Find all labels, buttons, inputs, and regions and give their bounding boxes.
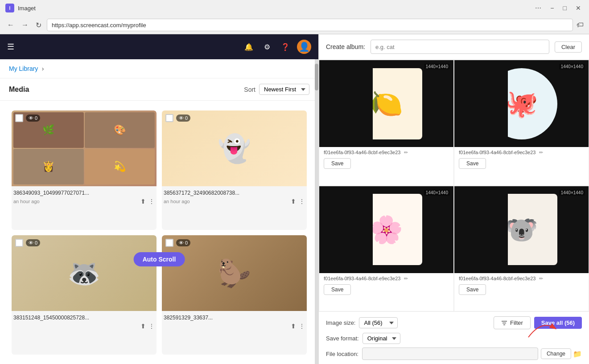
edit-icon[interactable]: ✏	[404, 150, 408, 155]
media-item-actions: ⬆ ⋮	[291, 323, 305, 330]
media-item-name: 383151248_15450000825728...	[13, 315, 155, 321]
main-container: ☰ 🔔 ⚙ ❓ 👤 My Library › Media Sort Newest…	[0, 34, 589, 364]
share-button[interactable]: ⬆	[291, 198, 296, 205]
app-title: Imaget	[18, 5, 36, 12]
filter-label: Filter	[510, 319, 523, 326]
settings-icon[interactable]: ⚙	[264, 43, 270, 51]
media-checkbox[interactable]	[165, 239, 173, 247]
media-item-info: 383151248_15450000825728... ⬆ ⋮	[12, 311, 157, 331]
right-img-card: 🐙 1440×1440 f01ee6fa-0f93-4a46-8cbf-e9ec…	[454, 60, 589, 186]
close-button[interactable]: ✕	[573, 4, 584, 12]
media-views: 👁 0	[176, 239, 190, 246]
media-item-name: 386349093_10499977027071...	[13, 190, 155, 196]
save-button[interactable]: Save	[459, 284, 486, 295]
change-button[interactable]: Change	[541, 348, 571, 359]
save-format-row: Save format: Original JPEG PNG WEBP	[326, 333, 582, 344]
media-views: 👁 0	[26, 239, 40, 246]
save-button[interactable]: Save	[324, 158, 351, 169]
save-button[interactable]: Save	[459, 158, 486, 169]
hamburger-icon[interactable]: ☰	[7, 42, 14, 52]
save-button[interactable]: Save	[324, 284, 351, 295]
album-input[interactable]	[371, 40, 549, 54]
notification-icon[interactable]: 🔔	[244, 43, 253, 51]
right-img-container: 🌸 1440×1440	[319, 186, 453, 273]
more-button[interactable]: ⋮	[148, 323, 155, 330]
right-images-grid: 🍋 1440×1440 f01ee6fa-0f93-4a46-8cbf-e9ec…	[319, 60, 589, 311]
scroll-indicator[interactable]	[315, 59, 318, 364]
share-button[interactable]: ⬆	[140, 323, 146, 330]
auto-scroll-button[interactable]: Auto Scroll	[134, 252, 185, 266]
forward-button[interactable]: →	[20, 19, 30, 31]
edit-icon[interactable]: ✏	[539, 276, 543, 281]
refresh-button[interactable]: ↻	[34, 19, 43, 31]
media-item[interactable]: 👻 👁 0 385637172_32490682008738... an hou…	[162, 110, 307, 230]
right-img-container: 🍋 1440×1440	[319, 60, 453, 147]
filter-icon	[501, 320, 507, 326]
media-item-actions: ⬆ ⋮	[140, 198, 155, 205]
right-img-name: f01ee6fa-0f93-4a46-8cbf-e9ec3e23 ✏	[454, 273, 589, 282]
sort-select[interactable]: Newest First Oldest First Name A-Z Name …	[259, 84, 309, 95]
help-icon[interactable]: ❓	[281, 43, 290, 51]
breadcrumb-bar: My Library ›	[0, 59, 318, 78]
minimize-button[interactable]: −	[548, 4, 556, 12]
media-item-overlay: 👁 0	[15, 239, 40, 247]
more-button[interactable]: ⋮	[148, 198, 155, 205]
media-checkbox[interactable]	[165, 114, 173, 122]
title-bar-left: I Imaget	[5, 4, 36, 12]
maximize-button[interactable]: □	[560, 4, 569, 12]
right-header: Create album: Clear	[319, 34, 589, 60]
edit-icon[interactable]: ✏	[539, 150, 543, 155]
breadcrumb-arrow: ›	[42, 65, 44, 72]
breadcrumb-my-library[interactable]: My Library	[9, 65, 38, 72]
sort-label: Sort	[244, 86, 255, 93]
filter-button[interactable]: Filter	[494, 316, 531, 329]
media-item-name: 382591329_33637...	[164, 315, 305, 321]
edit-icon[interactable]: ✏	[404, 276, 408, 281]
media-checkbox[interactable]	[15, 239, 23, 247]
media-item-meta: ⬆ ⋮	[164, 323, 305, 330]
media-checkbox[interactable]	[15, 114, 23, 122]
app-header: ☰ 🔔 ⚙ ❓ 👤	[0, 34, 318, 59]
right-img-card: 🍋 1440×1440 f01ee6fa-0f93-4a46-8cbf-e9ec…	[319, 60, 454, 186]
media-item-overlay: 👁 0	[165, 114, 190, 122]
right-img-name: f01ee6fa-0f93-4a46-8cbf-e9ec3e23 ✏	[319, 147, 453, 156]
create-album-label: Create album:	[326, 43, 365, 50]
image-size-select[interactable]: All (56) Small Medium Large	[359, 317, 398, 328]
media-views: 👁 0	[176, 115, 190, 122]
media-item[interactable]: 🌿 🎨 👸 💫 👁 0 386349093_10499977027071...	[12, 110, 157, 230]
window-controls: ⋯ − □ ✕	[532, 4, 584, 12]
address-bar[interactable]	[47, 19, 573, 31]
more-button[interactable]: ⋮	[299, 198, 305, 205]
image-size-label: Image size:	[326, 319, 355, 326]
media-item-meta: an hour ago ⬆ ⋮	[13, 198, 155, 205]
bookmark-icon[interactable]: 🏷	[577, 21, 584, 29]
media-item[interactable]: 🦫 👁 0 382591329_33637... ⬆ ⋮	[162, 235, 307, 355]
media-views: 👁 0	[26, 115, 40, 122]
media-item-actions: ⬆ ⋮	[291, 198, 305, 205]
media-item-overlay: 👁 0	[15, 114, 40, 122]
media-item-info: 382591329_33637... ⬆ ⋮	[162, 311, 307, 331]
media-item-actions: ⬆ ⋮	[140, 323, 155, 330]
right-img-container: 🐨 1440×1440	[454, 186, 589, 273]
avatar[interactable]: 👤	[297, 40, 311, 54]
menu-button[interactable]: ⋯	[532, 4, 544, 12]
folder-icon[interactable]: 📁	[573, 350, 582, 358]
right-img-container: 🐙 1440×1440	[454, 60, 589, 147]
left-panel: ☰ 🔔 ⚙ ❓ 👤 My Library › Media Sort Newest…	[0, 34, 319, 364]
media-item[interactable]: 🦝 👁 0 383151248_15450000825728... ⬆	[12, 235, 157, 355]
right-panel: Create album: Clear 🍋 1440×1440 f01ee6fa…	[319, 34, 589, 364]
save-all-button[interactable]: Save all (56)	[534, 317, 582, 329]
right-bottom: Image size: All (56) Small Medium Large …	[319, 311, 589, 364]
share-button[interactable]: ⬆	[291, 323, 296, 330]
back-button[interactable]: ←	[5, 19, 16, 31]
save-format-select[interactable]: Original JPEG PNG WEBP	[362, 333, 400, 344]
app-icon: I	[5, 4, 14, 12]
file-path-input[interactable]	[362, 348, 538, 360]
clear-button[interactable]: Clear	[555, 41, 582, 53]
browser-chrome: I Imaget ⋯ − □ ✕ ← → ↻ 🏷	[0, 0, 589, 34]
more-button[interactable]: ⋮	[299, 323, 305, 330]
right-img-card: 🐨 1440×1440 f01ee6fa-0f93-4a46-8cbf-e9ec…	[454, 186, 589, 312]
right-img-name: f01ee6fa-0f93-4a46-8cbf-e9ec3e23 ✏	[454, 147, 589, 156]
right-img-dim: 1440×1440	[424, 64, 450, 70]
share-button[interactable]: ⬆	[140, 198, 146, 205]
